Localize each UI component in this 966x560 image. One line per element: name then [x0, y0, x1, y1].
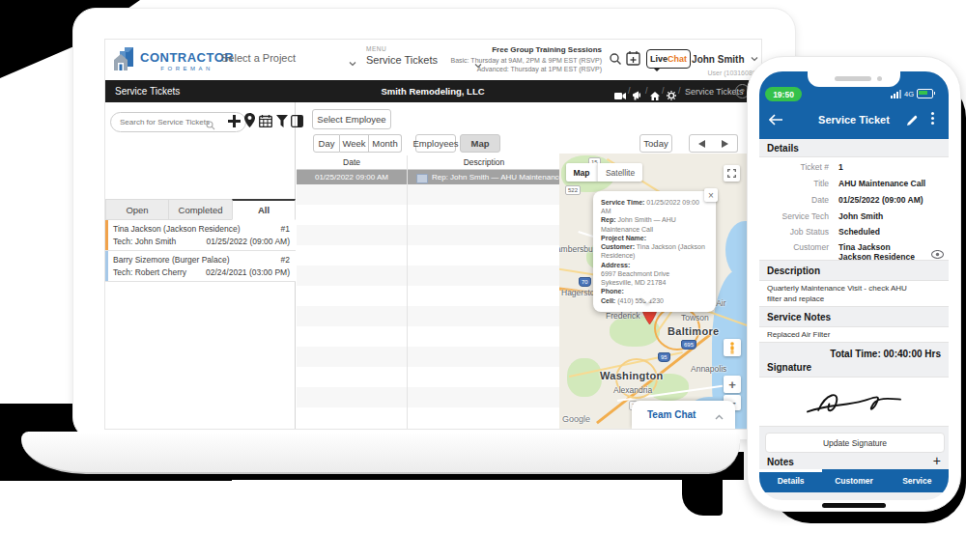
user-menu[interactable]: John Smith User (10316086): [685, 48, 758, 77]
tab-completed[interactable]: Completed: [168, 199, 233, 220]
gear-icon[interactable]: [667, 87, 676, 104]
project-selector-label: Select a Project: [221, 52, 296, 64]
service-notes-text: Replaced Air Filter: [767, 330, 830, 339]
tab-customer-label: Customer: [835, 476, 873, 486]
employees-button[interactable]: Employees: [415, 134, 456, 153]
map-info-popup: Service Time: 01/25/2022 09:00 AM Rep: J…: [593, 191, 716, 312]
employees-label: Employees: [413, 138, 459, 149]
next-button[interactable]: [713, 134, 738, 153]
view-week-label: Week: [342, 138, 365, 149]
prev-button[interactable]: [689, 134, 714, 153]
tab-all-label: All: [258, 205, 270, 215]
signal-icon: [891, 90, 901, 98]
user-id: User (10316086): [685, 69, 758, 77]
map-pin-icon[interactable]: [244, 113, 255, 131]
select-employee-button[interactable]: Select Employee: [312, 109, 391, 129]
route-shield-522: 522: [565, 185, 581, 195]
calendar-icon[interactable]: [259, 114, 272, 131]
filter-icon[interactable]: [276, 114, 288, 131]
view-month-button[interactable]: Month: [369, 134, 402, 153]
add-ticket-icon[interactable]: [228, 114, 241, 131]
camera-dot: [877, 76, 882, 81]
contractor-foreman-logo[interactable]: CONTRACTOR FOREMAN: [113, 46, 234, 75]
google-attribution: Google: [562, 414, 590, 424]
today-label: Today: [643, 138, 668, 149]
ticket-row-2[interactable]: Barry Sizemore (Burger Palace) Tech: Rob…: [105, 251, 296, 282]
zoom-in-button[interactable]: +: [724, 376, 741, 393]
detail-label: Job Status: [759, 227, 829, 237]
titlebar-company[interactable]: Smith Remodeling, LLC: [336, 86, 529, 97]
section-notes: Notes: [767, 457, 794, 467]
status-time-pill: 19:50: [765, 87, 802, 101]
eye-icon[interactable]: [931, 245, 944, 263]
kebab-menu-icon[interactable]: [931, 112, 934, 125]
layout-columns-icon[interactable]: [291, 114, 303, 131]
today-button[interactable]: Today: [639, 134, 672, 153]
city-annapolis: Annapolis: [691, 364, 726, 374]
map-panel[interactable]: 15 522 70 95 695 1 Chambersburg Hagersto…: [559, 154, 761, 429]
description-text: Quarterly Maintenance Visit - check AHU …: [767, 284, 922, 305]
training-line2[interactable]: Advanced: Thursday at 1PM EST (RSVP): [424, 65, 602, 73]
section-description: Description: [767, 266, 820, 276]
ticket-date: 01/25/2022 (09:00 AM): [207, 237, 290, 246]
update-signature-button[interactable]: Update Signature: [765, 433, 945, 453]
city-baltimore: Baltimore: [668, 325, 719, 337]
home-icon[interactable]: [650, 87, 660, 104]
detail-label: Date: [759, 195, 829, 205]
stage: CONTRACTOR FOREMAN Select a Project MENU…: [0, 0, 966, 560]
tab-open[interactable]: Open: [105, 199, 169, 220]
phone-notch: [808, 71, 900, 87]
popup-address1: 6997 Beachmont Drive: [601, 270, 669, 277]
route-shield-70: 70: [579, 277, 591, 287]
view-day-label: Day: [319, 138, 335, 149]
view-week-button[interactable]: Week: [340, 134, 369, 153]
search-icon[interactable]: [609, 52, 622, 70]
tab-details[interactable]: Details: [759, 469, 822, 492]
phone-screen: 19:50 4G Service Ticket Details Ticket #…: [759, 71, 949, 500]
row-description: Rep: John Smith — AHU Maintenance Call: [432, 173, 579, 182]
chevron-up-icon[interactable]: [715, 406, 724, 424]
city-alexandria: Alexandria: [613, 385, 652, 395]
row-date: 01/25/2022 09:00 AM: [297, 173, 407, 182]
sidebar: Open Completed All Tina Jackson (Jackson…: [105, 102, 296, 429]
route-shield-95: 95: [658, 352, 670, 362]
add-note-icon[interactable]: +: [933, 453, 941, 468]
ticket-row-1[interactable]: Tina Jackson (Jackson Residence) Tech: J…: [105, 220, 296, 251]
col-description: Description: [407, 157, 561, 167]
edit-pencil-icon[interactable]: [906, 113, 918, 130]
phone-shadow-blob: [682, 469, 723, 516]
detail-label: Ticket #: [759, 162, 829, 172]
section-signature: Signature: [767, 362, 811, 373]
ticket-tech: Tech: Robert Cherry: [113, 267, 186, 277]
fullscreen-button[interactable]: [724, 165, 740, 182]
livechat-chat: Chat: [668, 54, 687, 64]
status-time: 19:50: [773, 90, 794, 99]
popup-close-icon[interactable]: ×: [704, 188, 718, 202]
logo-house-icon: [113, 46, 136, 75]
tab-all[interactable]: All: [232, 199, 296, 220]
network-type: 4G: [904, 90, 914, 98]
search-input[interactable]: [110, 112, 246, 132]
project-selector[interactable]: Select a Project: [221, 52, 356, 64]
chevron-down-icon: [751, 48, 758, 56]
column-divider: [407, 155, 408, 429]
tab-service[interactable]: Service: [886, 469, 949, 492]
view-month-label: Month: [372, 138, 397, 149]
calendar-plus-icon[interactable]: [626, 50, 640, 70]
ticket-tech: Tech: John Smith: [113, 237, 176, 246]
pegman-icon[interactable]: [724, 339, 741, 356]
video-camera-icon[interactable]: [614, 87, 626, 104]
megaphone-icon[interactable]: [633, 87, 643, 104]
satellite-type-label: Satellite: [606, 168, 635, 178]
team-chat-panel[interactable]: Team Chat: [632, 401, 735, 429]
popup-cell: (410) 555-1230: [617, 297, 664, 304]
view-day-button[interactable]: Day: [313, 134, 340, 153]
home-indicator[interactable]: [822, 503, 886, 508]
map-type-button[interactable]: Map: [566, 163, 597, 182]
satellite-type-button[interactable]: Satellite: [597, 163, 642, 182]
tab-customer[interactable]: Customer: [822, 469, 885, 492]
map-view-button[interactable]: Map: [460, 134, 500, 153]
training-line1[interactable]: Basic: Thursday at 9AM, 2PM & 9PM EST (R…: [424, 56, 602, 65]
signature-card[interactable]: [759, 377, 949, 427]
back-icon[interactable]: [769, 112, 783, 129]
